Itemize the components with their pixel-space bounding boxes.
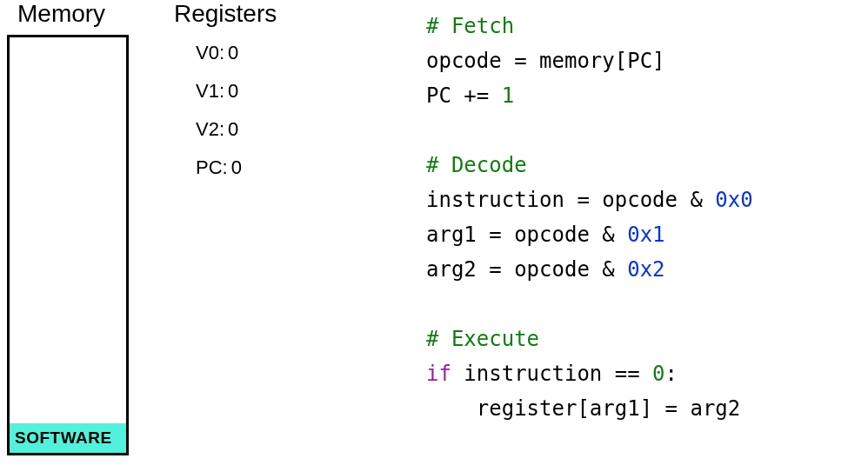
- code-line: opcode = memory[PC]: [426, 43, 753, 78]
- register-value: 0: [228, 42, 238, 63]
- memory-software-label: SOFTWARE: [10, 423, 126, 453]
- register-row: V0:0: [196, 42, 242, 64]
- memory-box: SOFTWARE: [7, 35, 129, 455]
- memory-title: Memory: [17, 0, 105, 28]
- code-line: arg2 = opcode & 0x2: [426, 252, 753, 287]
- registers-title: Registers: [174, 0, 277, 28]
- register-value: 0: [228, 118, 238, 140]
- register-colon: :: [219, 80, 224, 102]
- register-name: V0: [196, 42, 219, 63]
- code-line: arg1 = opcode & 0x1: [426, 217, 753, 252]
- registers-list: V0:0 V1:0 V2:0 PC:0: [196, 42, 242, 195]
- code-line: if instruction == 0:: [426, 356, 753, 391]
- code-line: [426, 113, 753, 148]
- code-line: register[arg1] = arg2: [426, 391, 753, 426]
- register-value: 0: [228, 80, 238, 102]
- register-row: PC:0: [196, 156, 242, 179]
- register-row: V1:0: [196, 80, 242, 103]
- register-name: PC: [196, 156, 223, 178]
- code-line: instruction = opcode & 0x0: [426, 183, 753, 217]
- register-name: V1: [196, 80, 219, 102]
- register-colon: :: [219, 118, 224, 140]
- register-colon: :: [223, 156, 228, 178]
- code-line: # Execute: [426, 322, 753, 356]
- code-block: # Fetchopcode = memory[PC]PC += 1 # Deco…: [426, 9, 753, 426]
- register-value: 0: [231, 156, 242, 178]
- register-row: V2:0: [196, 118, 242, 141]
- register-colon: :: [219, 42, 224, 63]
- code-line: # Decode: [426, 148, 753, 183]
- register-name: V2: [196, 118, 219, 140]
- code-line: # Fetch: [426, 9, 753, 43]
- code-line: PC += 1: [426, 78, 753, 113]
- code-line: [426, 287, 753, 322]
